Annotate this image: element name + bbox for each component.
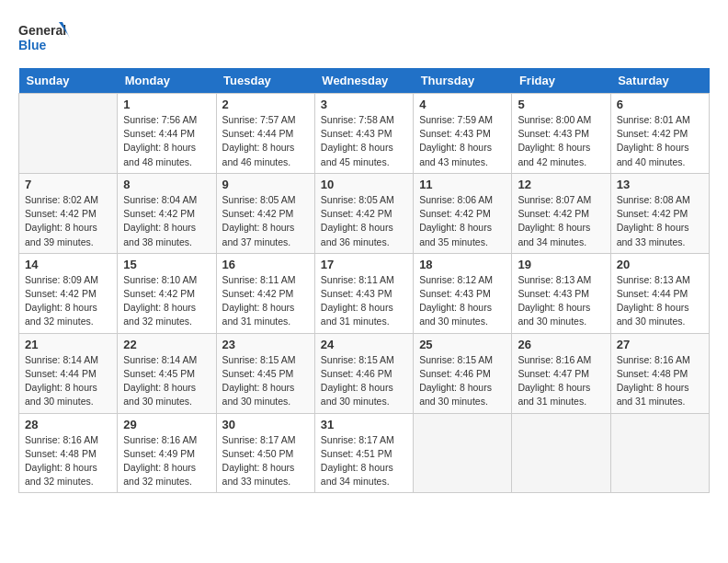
day-of-week-header: Tuesday: [216, 68, 314, 94]
day-number: 8: [123, 178, 210, 191]
calendar-cell: 17Sunrise: 8:11 AM Sunset: 4:43 PM Dayli…: [314, 253, 413, 333]
day-info: Sunrise: 8:11 AM Sunset: 4:42 PM Dayligh…: [222, 273, 309, 329]
calendar-cell: 22Sunrise: 8:14 AM Sunset: 4:45 PM Dayli…: [118, 333, 216, 413]
calendar-cell: 31Sunrise: 8:17 AM Sunset: 4:51 PM Dayli…: [314, 413, 413, 493]
day-info: Sunrise: 8:13 AM Sunset: 4:43 PM Dayligh…: [518, 273, 604, 329]
day-number: 20: [617, 258, 703, 271]
day-info: Sunrise: 8:12 AM Sunset: 4:43 PM Dayligh…: [419, 273, 506, 329]
day-info: Sunrise: 8:16 AM Sunset: 4:48 PM Dayligh…: [617, 353, 703, 409]
day-number: 21: [25, 338, 111, 351]
calendar-week-row: 28Sunrise: 8:16 AM Sunset: 4:48 PM Dayli…: [19, 413, 710, 493]
calendar-cell: 21Sunrise: 8:14 AM Sunset: 4:44 PM Dayli…: [19, 333, 118, 413]
day-number: 28: [25, 418, 111, 431]
day-info: Sunrise: 7:58 AM Sunset: 4:43 PM Dayligh…: [321, 113, 407, 169]
calendar-cell: 5Sunrise: 8:00 AM Sunset: 4:43 PM Daylig…: [512, 94, 610, 174]
day-number: 12: [518, 178, 604, 191]
calendar-cell: 30Sunrise: 8:17 AM Sunset: 4:50 PM Dayli…: [216, 413, 314, 493]
calendar-cell: 8Sunrise: 8:04 AM Sunset: 4:42 PM Daylig…: [118, 173, 216, 253]
day-number: 18: [419, 258, 506, 271]
calendar-week-row: 21Sunrise: 8:14 AM Sunset: 4:44 PM Dayli…: [19, 333, 710, 413]
day-info: Sunrise: 8:04 AM Sunset: 4:42 PM Dayligh…: [123, 193, 210, 249]
day-of-week-header: Wednesday: [314, 68, 413, 94]
calendar-cell: [512, 413, 610, 493]
day-info: Sunrise: 7:57 AM Sunset: 4:44 PM Dayligh…: [222, 113, 309, 169]
calendar-cell: 1Sunrise: 7:56 AM Sunset: 4:44 PM Daylig…: [118, 94, 216, 174]
day-info: Sunrise: 8:16 AM Sunset: 4:49 PM Dayligh…: [123, 433, 210, 489]
calendar-cell: 11Sunrise: 8:06 AM Sunset: 4:42 PM Dayli…: [414, 173, 512, 253]
day-info: Sunrise: 8:13 AM Sunset: 4:44 PM Dayligh…: [617, 273, 703, 329]
day-number: 1: [123, 98, 210, 111]
calendar-cell: 6Sunrise: 8:01 AM Sunset: 4:42 PM Daylig…: [610, 94, 709, 174]
day-info: Sunrise: 8:08 AM Sunset: 4:42 PM Dayligh…: [617, 193, 703, 249]
day-number: 10: [321, 178, 407, 191]
calendar-cell: 2Sunrise: 7:57 AM Sunset: 4:44 PM Daylig…: [216, 94, 314, 174]
day-info: Sunrise: 8:17 AM Sunset: 4:51 PM Dayligh…: [321, 433, 407, 489]
calendar-cell: 20Sunrise: 8:13 AM Sunset: 4:44 PM Dayli…: [610, 253, 709, 333]
svg-text:General: General: [18, 23, 66, 38]
day-number: 24: [321, 338, 407, 351]
calendar-cell: 12Sunrise: 8:07 AM Sunset: 4:42 PM Dayli…: [512, 173, 610, 253]
calendar-cell: 9Sunrise: 8:05 AM Sunset: 4:42 PM Daylig…: [216, 173, 314, 253]
day-number: 14: [25, 258, 111, 271]
day-number: 27: [617, 338, 703, 351]
calendar-cell: 29Sunrise: 8:16 AM Sunset: 4:49 PM Dayli…: [118, 413, 216, 493]
day-of-week-header: Saturday: [610, 68, 709, 94]
day-number: 29: [123, 418, 210, 431]
calendar-week-row: 14Sunrise: 8:09 AM Sunset: 4:42 PM Dayli…: [19, 253, 710, 333]
day-info: Sunrise: 8:01 AM Sunset: 4:42 PM Dayligh…: [617, 113, 703, 169]
calendar-cell: 4Sunrise: 7:59 AM Sunset: 4:43 PM Daylig…: [414, 94, 512, 174]
calendar-week-row: 7Sunrise: 8:02 AM Sunset: 4:42 PM Daylig…: [19, 173, 710, 253]
day-number: 26: [518, 338, 604, 351]
calendar-cell: 15Sunrise: 8:10 AM Sunset: 4:42 PM Dayli…: [118, 253, 216, 333]
day-of-week-header: Friday: [512, 68, 610, 94]
day-info: Sunrise: 8:06 AM Sunset: 4:42 PM Dayligh…: [419, 193, 506, 249]
day-info: Sunrise: 8:10 AM Sunset: 4:42 PM Dayligh…: [123, 273, 210, 329]
day-info: Sunrise: 8:05 AM Sunset: 4:42 PM Dayligh…: [321, 193, 407, 249]
day-info: Sunrise: 8:17 AM Sunset: 4:50 PM Dayligh…: [222, 433, 309, 489]
calendar-cell: 3Sunrise: 7:58 AM Sunset: 4:43 PM Daylig…: [314, 94, 413, 174]
day-info: Sunrise: 7:59 AM Sunset: 4:43 PM Dayligh…: [419, 113, 506, 169]
day-info: Sunrise: 8:15 AM Sunset: 4:45 PM Dayligh…: [222, 353, 309, 409]
day-number: 30: [222, 418, 309, 431]
day-number: 9: [222, 178, 309, 191]
day-info: Sunrise: 7:56 AM Sunset: 4:44 PM Dayligh…: [123, 113, 210, 169]
day-info: Sunrise: 8:00 AM Sunset: 4:43 PM Dayligh…: [518, 113, 604, 169]
logo-svg: GeneralBlue: [18, 18, 74, 59]
calendar-cell: 24Sunrise: 8:15 AM Sunset: 4:46 PM Dayli…: [314, 333, 413, 413]
calendar-table: SundayMondayTuesdayWednesdayThursdayFrid…: [18, 68, 710, 493]
calendar-cell: 13Sunrise: 8:08 AM Sunset: 4:42 PM Dayli…: [610, 173, 709, 253]
day-info: Sunrise: 8:14 AM Sunset: 4:44 PM Dayligh…: [25, 353, 111, 409]
day-info: Sunrise: 8:09 AM Sunset: 4:42 PM Dayligh…: [25, 273, 111, 329]
calendar-cell: 27Sunrise: 8:16 AM Sunset: 4:48 PM Dayli…: [610, 333, 709, 413]
calendar-cell: 18Sunrise: 8:12 AM Sunset: 4:43 PM Dayli…: [414, 253, 512, 333]
calendar-cell: 10Sunrise: 8:05 AM Sunset: 4:42 PM Dayli…: [314, 173, 413, 253]
day-number: 3: [321, 98, 407, 111]
day-number: 7: [25, 178, 111, 191]
page-header: GeneralBlue: [18, 18, 710, 59]
day-info: Sunrise: 8:11 AM Sunset: 4:43 PM Dayligh…: [321, 273, 407, 329]
day-number: 4: [419, 98, 506, 111]
day-number: 17: [321, 258, 407, 271]
day-info: Sunrise: 8:07 AM Sunset: 4:42 PM Dayligh…: [518, 193, 604, 249]
calendar-cell: 28Sunrise: 8:16 AM Sunset: 4:48 PM Dayli…: [19, 413, 118, 493]
svg-text:Blue: Blue: [18, 38, 47, 52]
logo: GeneralBlue: [18, 18, 74, 59]
calendar-cell: [610, 413, 709, 493]
day-info: Sunrise: 8:14 AM Sunset: 4:45 PM Dayligh…: [123, 353, 210, 409]
calendar-cell: [19, 94, 118, 174]
calendar-week-row: 1Sunrise: 7:56 AM Sunset: 4:44 PM Daylig…: [19, 94, 710, 174]
calendar-cell: 7Sunrise: 8:02 AM Sunset: 4:42 PM Daylig…: [19, 173, 118, 253]
day-of-week-header: Monday: [118, 68, 216, 94]
day-info: Sunrise: 8:15 AM Sunset: 4:46 PM Dayligh…: [419, 353, 506, 409]
calendar-cell: [414, 413, 512, 493]
day-info: Sunrise: 8:02 AM Sunset: 4:42 PM Dayligh…: [25, 193, 111, 249]
day-info: Sunrise: 8:05 AM Sunset: 4:42 PM Dayligh…: [222, 193, 309, 249]
day-number: 22: [123, 338, 210, 351]
day-info: Sunrise: 8:16 AM Sunset: 4:47 PM Dayligh…: [518, 353, 604, 409]
calendar-cell: 16Sunrise: 8:11 AM Sunset: 4:42 PM Dayli…: [216, 253, 314, 333]
calendar-cell: 26Sunrise: 8:16 AM Sunset: 4:47 PM Dayli…: [512, 333, 610, 413]
day-number: 23: [222, 338, 309, 351]
day-number: 15: [123, 258, 210, 271]
calendar-cell: 19Sunrise: 8:13 AM Sunset: 4:43 PM Dayli…: [512, 253, 610, 333]
day-number: 16: [222, 258, 309, 271]
